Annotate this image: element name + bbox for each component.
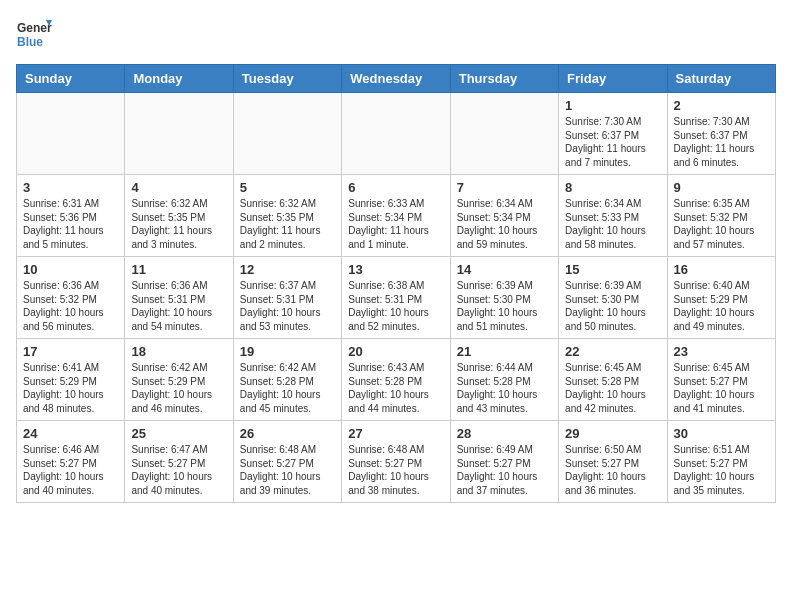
day-number: 15 bbox=[565, 262, 660, 277]
calendar-cell: 21Sunrise: 6:44 AM Sunset: 5:28 PM Dayli… bbox=[450, 339, 558, 421]
day-number: 6 bbox=[348, 180, 443, 195]
day-number: 29 bbox=[565, 426, 660, 441]
calendar-cell: 13Sunrise: 6:38 AM Sunset: 5:31 PM Dayli… bbox=[342, 257, 450, 339]
logo: General Blue bbox=[16, 16, 52, 52]
day-number: 7 bbox=[457, 180, 552, 195]
calendar-cell: 17Sunrise: 6:41 AM Sunset: 5:29 PM Dayli… bbox=[17, 339, 125, 421]
calendar-cell bbox=[342, 93, 450, 175]
day-number: 14 bbox=[457, 262, 552, 277]
logo: General Blue bbox=[16, 16, 52, 52]
calendar-cell: 4Sunrise: 6:32 AM Sunset: 5:35 PM Daylig… bbox=[125, 175, 233, 257]
day-info: Sunrise: 6:47 AM Sunset: 5:27 PM Dayligh… bbox=[131, 443, 226, 497]
calendar-week-row: 24Sunrise: 6:46 AM Sunset: 5:27 PM Dayli… bbox=[17, 421, 776, 503]
day-info: Sunrise: 6:31 AM Sunset: 5:36 PM Dayligh… bbox=[23, 197, 118, 251]
calendar-day-header: Tuesday bbox=[233, 65, 341, 93]
day-info: Sunrise: 6:45 AM Sunset: 5:27 PM Dayligh… bbox=[674, 361, 769, 415]
svg-text:Blue: Blue bbox=[17, 35, 43, 49]
calendar-cell bbox=[233, 93, 341, 175]
day-info: Sunrise: 6:39 AM Sunset: 5:30 PM Dayligh… bbox=[457, 279, 552, 333]
day-number: 22 bbox=[565, 344, 660, 359]
day-number: 18 bbox=[131, 344, 226, 359]
calendar-week-row: 17Sunrise: 6:41 AM Sunset: 5:29 PM Dayli… bbox=[17, 339, 776, 421]
calendar-day-header: Sunday bbox=[17, 65, 125, 93]
calendar-cell: 2Sunrise: 7:30 AM Sunset: 6:37 PM Daylig… bbox=[667, 93, 775, 175]
calendar-cell bbox=[17, 93, 125, 175]
calendar-cell: 7Sunrise: 6:34 AM Sunset: 5:34 PM Daylig… bbox=[450, 175, 558, 257]
calendar-cell: 28Sunrise: 6:49 AM Sunset: 5:27 PM Dayli… bbox=[450, 421, 558, 503]
day-info: Sunrise: 6:34 AM Sunset: 5:33 PM Dayligh… bbox=[565, 197, 660, 251]
day-info: Sunrise: 6:32 AM Sunset: 5:35 PM Dayligh… bbox=[240, 197, 335, 251]
calendar-cell: 23Sunrise: 6:45 AM Sunset: 5:27 PM Dayli… bbox=[667, 339, 775, 421]
day-number: 20 bbox=[348, 344, 443, 359]
day-number: 5 bbox=[240, 180, 335, 195]
day-info: Sunrise: 6:50 AM Sunset: 5:27 PM Dayligh… bbox=[565, 443, 660, 497]
day-number: 12 bbox=[240, 262, 335, 277]
day-number: 25 bbox=[131, 426, 226, 441]
calendar-cell: 6Sunrise: 6:33 AM Sunset: 5:34 PM Daylig… bbox=[342, 175, 450, 257]
day-number: 8 bbox=[565, 180, 660, 195]
day-number: 1 bbox=[565, 98, 660, 113]
day-info: Sunrise: 6:36 AM Sunset: 5:32 PM Dayligh… bbox=[23, 279, 118, 333]
calendar-cell: 8Sunrise: 6:34 AM Sunset: 5:33 PM Daylig… bbox=[559, 175, 667, 257]
calendar-week-row: 3Sunrise: 6:31 AM Sunset: 5:36 PM Daylig… bbox=[17, 175, 776, 257]
calendar-day-header: Thursday bbox=[450, 65, 558, 93]
calendar-cell: 30Sunrise: 6:51 AM Sunset: 5:27 PM Dayli… bbox=[667, 421, 775, 503]
calendar-cell: 26Sunrise: 6:48 AM Sunset: 5:27 PM Dayli… bbox=[233, 421, 341, 503]
day-number: 19 bbox=[240, 344, 335, 359]
day-number: 16 bbox=[674, 262, 769, 277]
day-info: Sunrise: 6:51 AM Sunset: 5:27 PM Dayligh… bbox=[674, 443, 769, 497]
calendar-day-header: Wednesday bbox=[342, 65, 450, 93]
calendar-cell: 16Sunrise: 6:40 AM Sunset: 5:29 PM Dayli… bbox=[667, 257, 775, 339]
day-number: 26 bbox=[240, 426, 335, 441]
svg-text:General: General bbox=[17, 21, 52, 35]
day-number: 9 bbox=[674, 180, 769, 195]
day-number: 13 bbox=[348, 262, 443, 277]
day-info: Sunrise: 6:35 AM Sunset: 5:32 PM Dayligh… bbox=[674, 197, 769, 251]
day-number: 3 bbox=[23, 180, 118, 195]
day-number: 21 bbox=[457, 344, 552, 359]
calendar-cell: 11Sunrise: 6:36 AM Sunset: 5:31 PM Dayli… bbox=[125, 257, 233, 339]
calendar-day-header: Monday bbox=[125, 65, 233, 93]
calendar-cell: 14Sunrise: 6:39 AM Sunset: 5:30 PM Dayli… bbox=[450, 257, 558, 339]
day-number: 17 bbox=[23, 344, 118, 359]
calendar-cell bbox=[125, 93, 233, 175]
day-info: Sunrise: 6:32 AM Sunset: 5:35 PM Dayligh… bbox=[131, 197, 226, 251]
day-info: Sunrise: 6:43 AM Sunset: 5:28 PM Dayligh… bbox=[348, 361, 443, 415]
day-info: Sunrise: 6:37 AM Sunset: 5:31 PM Dayligh… bbox=[240, 279, 335, 333]
day-info: Sunrise: 6:44 AM Sunset: 5:28 PM Dayligh… bbox=[457, 361, 552, 415]
day-info: Sunrise: 6:41 AM Sunset: 5:29 PM Dayligh… bbox=[23, 361, 118, 415]
day-number: 2 bbox=[674, 98, 769, 113]
calendar-cell: 5Sunrise: 6:32 AM Sunset: 5:35 PM Daylig… bbox=[233, 175, 341, 257]
calendar-cell bbox=[450, 93, 558, 175]
calendar-cell: 9Sunrise: 6:35 AM Sunset: 5:32 PM Daylig… bbox=[667, 175, 775, 257]
day-info: Sunrise: 6:39 AM Sunset: 5:30 PM Dayligh… bbox=[565, 279, 660, 333]
day-info: Sunrise: 6:46 AM Sunset: 5:27 PM Dayligh… bbox=[23, 443, 118, 497]
calendar-week-row: 1Sunrise: 7:30 AM Sunset: 6:37 PM Daylig… bbox=[17, 93, 776, 175]
day-number: 10 bbox=[23, 262, 118, 277]
day-number: 30 bbox=[674, 426, 769, 441]
calendar-cell: 3Sunrise: 6:31 AM Sunset: 5:36 PM Daylig… bbox=[17, 175, 125, 257]
day-number: 23 bbox=[674, 344, 769, 359]
page-header: General Blue bbox=[16, 16, 776, 52]
calendar-table: SundayMondayTuesdayWednesdayThursdayFrid… bbox=[16, 64, 776, 503]
day-number: 4 bbox=[131, 180, 226, 195]
day-info: Sunrise: 6:45 AM Sunset: 5:28 PM Dayligh… bbox=[565, 361, 660, 415]
calendar-cell: 25Sunrise: 6:47 AM Sunset: 5:27 PM Dayli… bbox=[125, 421, 233, 503]
day-info: Sunrise: 6:40 AM Sunset: 5:29 PM Dayligh… bbox=[674, 279, 769, 333]
day-info: Sunrise: 6:42 AM Sunset: 5:29 PM Dayligh… bbox=[131, 361, 226, 415]
day-info: Sunrise: 6:42 AM Sunset: 5:28 PM Dayligh… bbox=[240, 361, 335, 415]
calendar-cell: 12Sunrise: 6:37 AM Sunset: 5:31 PM Dayli… bbox=[233, 257, 341, 339]
day-number: 28 bbox=[457, 426, 552, 441]
day-info: Sunrise: 6:48 AM Sunset: 5:27 PM Dayligh… bbox=[348, 443, 443, 497]
calendar-cell: 18Sunrise: 6:42 AM Sunset: 5:29 PM Dayli… bbox=[125, 339, 233, 421]
day-info: Sunrise: 6:34 AM Sunset: 5:34 PM Dayligh… bbox=[457, 197, 552, 251]
calendar-cell: 1Sunrise: 7:30 AM Sunset: 6:37 PM Daylig… bbox=[559, 93, 667, 175]
day-number: 24 bbox=[23, 426, 118, 441]
day-info: Sunrise: 6:38 AM Sunset: 5:31 PM Dayligh… bbox=[348, 279, 443, 333]
logo-icon: General Blue bbox=[16, 16, 52, 52]
calendar-week-row: 10Sunrise: 6:36 AM Sunset: 5:32 PM Dayli… bbox=[17, 257, 776, 339]
calendar-cell: 15Sunrise: 6:39 AM Sunset: 5:30 PM Dayli… bbox=[559, 257, 667, 339]
day-info: Sunrise: 6:48 AM Sunset: 5:27 PM Dayligh… bbox=[240, 443, 335, 497]
day-info: Sunrise: 6:36 AM Sunset: 5:31 PM Dayligh… bbox=[131, 279, 226, 333]
calendar-cell: 24Sunrise: 6:46 AM Sunset: 5:27 PM Dayli… bbox=[17, 421, 125, 503]
